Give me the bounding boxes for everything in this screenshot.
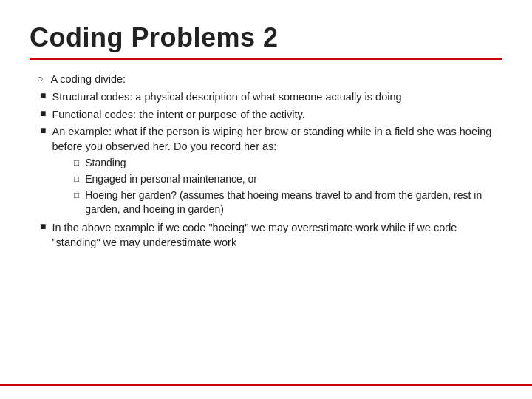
- inner-bullet-icon-1: ■: [40, 90, 46, 102]
- inner-bullet-text-1: Structural codes: a physical description…: [52, 89, 401, 104]
- inner-bullet-text-2: Functional codes: the intent or purpose …: [52, 107, 304, 122]
- inner-bullet-icon-last: ■: [40, 221, 46, 233]
- sub-bullet-text-1: Standing: [85, 156, 126, 171]
- outer-bullet-icon: ○: [37, 73, 43, 85]
- list-item: □ Engaged in personal maintenance, or: [74, 172, 502, 187]
- sub-list: □ Standing □ Engaged in personal mainten…: [74, 156, 502, 216]
- inner-bullet-icon-3: ■: [40, 125, 46, 137]
- slide-title: Coding Problems 2: [30, 22, 502, 53]
- inner-list-last: ■ In the above example if we code "hoein…: [40, 220, 502, 250]
- content-area: ○ A coding divide: ■ Structural codes: a…: [30, 72, 502, 252]
- outer-bullet-row: ○ A coding divide:: [37, 72, 502, 86]
- list-item: □ Hoeing her garden? (assumes that hoein…: [74, 188, 502, 217]
- outer-bullet-label: A coding divide:: [50, 72, 126, 86]
- sub-bullet-icon-1: □: [74, 157, 79, 168]
- inner-list: ■ Structural codes: a physical descripti…: [40, 89, 502, 154]
- inner-bullet-text-last: In the above example if we code "hoeing"…: [52, 220, 502, 250]
- inner-bullet-text-3: An example: what if the person is wiping…: [52, 124, 502, 154]
- list-item: ■ In the above example if we code "hoein…: [40, 220, 502, 250]
- slide: Coding Problems 2 ○ A coding divide: ■ S…: [0, 0, 532, 399]
- bottom-line: [0, 384, 532, 386]
- sub-bullet-icon-3: □: [74, 190, 79, 201]
- sub-bullet-text-2: Engaged in personal maintenance, or: [85, 172, 257, 187]
- bullet-outer: ○ A coding divide: ■ Structural codes: a…: [37, 72, 502, 252]
- inner-bullet-icon-2: ■: [40, 108, 46, 120]
- sub-bullet-text-3: Hoeing her garden? (assumes that hoeing …: [85, 188, 502, 217]
- title-underline: [30, 58, 502, 60]
- list-item: ■ Structural codes: a physical descripti…: [40, 89, 502, 104]
- list-item: ■ Functional codes: the intent or purpos…: [40, 107, 502, 122]
- list-item: ■ An example: what if the person is wipi…: [40, 124, 502, 154]
- sub-bullet-icon-2: □: [74, 174, 79, 185]
- list-item: □ Standing: [74, 156, 502, 171]
